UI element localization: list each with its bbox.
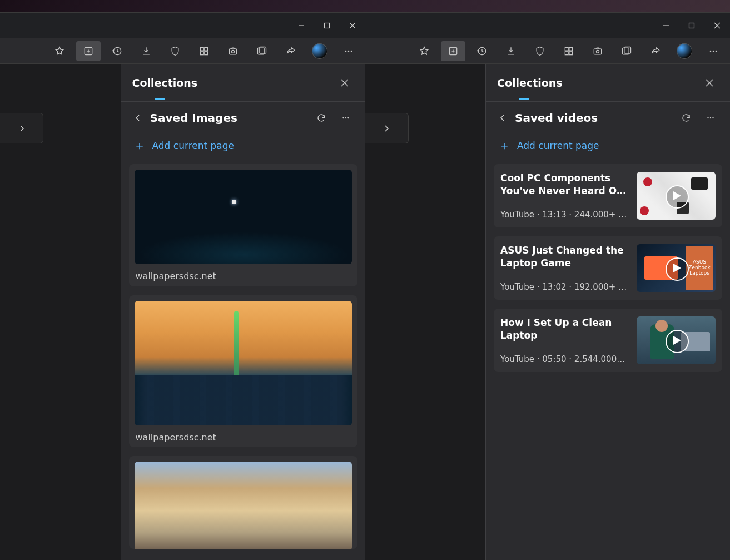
more-icon <box>706 113 716 123</box>
collections-panel: Collections Saved Images <box>121 64 365 560</box>
image-source: wallpapersdsc.net <box>129 269 357 284</box>
refresh-icon <box>316 113 326 123</box>
security-button[interactable] <box>163 41 187 61</box>
video-info: ASUS Just Changed the Laptop Game YouTub… <box>500 244 629 292</box>
back-button[interactable] <box>131 111 145 125</box>
svg-rect-11 <box>204 51 207 54</box>
collections-button[interactable] <box>76 41 101 61</box>
svg-point-46 <box>710 117 711 118</box>
cards-list: wallpapersdsc.net wallpapersdsc.net <box>121 164 365 560</box>
avatar-icon <box>312 43 327 59</box>
collection-header: Saved videos <box>486 102 730 134</box>
web-capture-button[interactable] <box>250 41 274 61</box>
browser-window: Collections Saved videos <box>365 12 731 560</box>
extensions-button[interactable] <box>192 41 216 61</box>
chevron-left-icon <box>135 113 141 122</box>
more-button[interactable] <box>701 41 726 61</box>
profile-button[interactable] <box>672 41 697 61</box>
panel-title: Collections <box>132 77 198 89</box>
favorites-button[interactable] <box>412 41 436 61</box>
svg-point-16 <box>345 50 346 52</box>
window-titlebar <box>0 13 365 38</box>
collection-name: Saved videos <box>515 111 671 125</box>
image-card[interactable] <box>129 456 357 549</box>
cards-list: Cool PC Components You've Never Heard Of… <box>486 164 730 560</box>
maximize-button[interactable] <box>679 13 704 38</box>
video-meta: YouTube · 13:13 · 244.000+ vi… <box>500 210 629 220</box>
browser-toolbar <box>0 38 365 64</box>
add-page-label: Add current page <box>152 140 235 151</box>
svg-rect-8 <box>200 47 203 51</box>
content-area: Collections Saved Images <box>0 64 365 560</box>
close-window-button[interactable] <box>704 13 730 38</box>
video-card[interactable]: Cool PC Components You've Never Heard Of… <box>494 164 722 227</box>
svg-point-40 <box>710 50 712 52</box>
collection-more-button[interactable] <box>701 108 720 127</box>
add-current-page-button[interactable]: ＋ Add current page <box>486 134 730 164</box>
collection-header: Saved Images <box>121 102 365 134</box>
chevron-right-icon <box>384 124 389 133</box>
security-button[interactable] <box>528 41 552 61</box>
window-right: Collections Saved videos <box>365 0 731 560</box>
downloads-button[interactable] <box>499 41 523 61</box>
screenshot-button[interactable] <box>221 41 245 61</box>
close-window-button[interactable] <box>340 13 365 38</box>
svg-point-23 <box>347 117 349 118</box>
image-card[interactable]: wallpapersdsc.net <box>129 295 357 447</box>
svg-rect-33 <box>569 47 573 51</box>
close-panel-button[interactable] <box>335 73 354 92</box>
collection-name: Saved Images <box>150 111 306 125</box>
favorites-button[interactable] <box>47 41 72 61</box>
close-panel-button[interactable] <box>700 73 719 92</box>
browser-window: Collections Saved Images <box>0 12 365 560</box>
minimize-button[interactable] <box>289 13 314 38</box>
video-thumbnail: ASUS Zenbook Laptops <box>637 244 716 292</box>
feed-expand-button[interactable] <box>0 113 43 143</box>
refresh-button[interactable] <box>312 108 331 127</box>
svg-rect-12 <box>229 48 236 54</box>
profile-button[interactable] <box>307 41 332 61</box>
add-current-page-button[interactable]: ＋ Add current page <box>121 134 365 164</box>
panel-title: Collections <box>497 77 563 89</box>
image-thumbnail <box>135 170 352 264</box>
feed-expand-button[interactable] <box>365 113 409 143</box>
svg-point-41 <box>713 50 714 52</box>
refresh-button[interactable] <box>677 108 696 127</box>
share-button[interactable] <box>279 41 303 61</box>
svg-rect-32 <box>565 47 568 51</box>
image-source: wallpapersdsc.net <box>129 430 357 445</box>
back-button[interactable] <box>496 111 509 125</box>
image-card[interactable]: wallpapersdsc.net <box>129 164 357 286</box>
svg-point-22 <box>345 117 346 118</box>
svg-point-21 <box>342 117 344 118</box>
svg-point-45 <box>707 117 708 118</box>
minimize-button[interactable] <box>653 13 679 38</box>
collections-panel: Collections Saved videos <box>485 64 730 560</box>
window-titlebar <box>365 13 731 38</box>
svg-point-37 <box>597 50 599 53</box>
plus-icon: ＋ <box>498 137 510 154</box>
collection-more-button[interactable] <box>336 108 355 127</box>
close-icon <box>341 79 349 87</box>
video-card[interactable]: How I Set Up a Clean Laptop YouTube · 05… <box>494 309 722 372</box>
history-button[interactable] <box>470 41 494 61</box>
maximize-button[interactable] <box>314 13 340 38</box>
more-button[interactable] <box>336 41 361 61</box>
share-button[interactable] <box>643 41 668 61</box>
history-button[interactable] <box>105 41 130 61</box>
extensions-button[interactable] <box>557 41 581 61</box>
plus-icon: ＋ <box>133 137 146 154</box>
screenshot-button[interactable] <box>585 41 610 61</box>
svg-point-47 <box>712 117 713 118</box>
svg-rect-9 <box>204 47 207 51</box>
video-card[interactable]: ASUS Just Changed the Laptop Game YouTub… <box>494 236 722 300</box>
downloads-button[interactable] <box>134 41 158 61</box>
video-info: Cool PC Components You've Never Heard Of… <box>500 172 629 220</box>
image-thumbnail <box>135 462 352 549</box>
collections-button[interactable] <box>441 41 465 61</box>
svg-point-17 <box>347 50 349 52</box>
svg-rect-36 <box>594 48 601 54</box>
refresh-icon <box>681 113 691 123</box>
svg-rect-10 <box>200 51 203 54</box>
web-capture-button[interactable] <box>614 41 639 61</box>
